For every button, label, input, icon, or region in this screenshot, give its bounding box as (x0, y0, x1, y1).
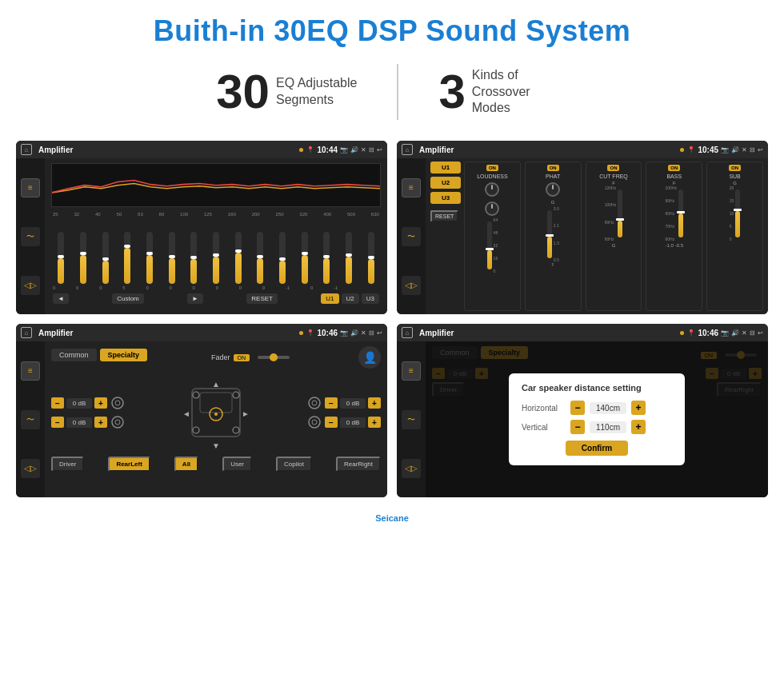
sidebar3-wave-icon[interactable]: 〜 (21, 410, 40, 429)
eq-slider-8[interactable] (213, 232, 219, 284)
screen4-icons: 📍 10:46 📷 🔊 ✕ ⊟ ↩ (687, 329, 763, 337)
cutfreq-slider[interactable] (618, 189, 622, 237)
sidebar-vol-icon[interactable]: ◁▷ (21, 276, 40, 295)
fader-thumb[interactable] (270, 353, 278, 361)
sidebar4-vol-icon[interactable]: ◁▷ (402, 459, 421, 478)
eq-prev-button[interactable]: ◄ (53, 293, 69, 304)
horizontal-label: Horizontal (522, 404, 566, 413)
stat-eq-number: 30 (216, 68, 270, 116)
db-plus-1[interactable]: + (94, 397, 107, 409)
screen4-time: 10:46 (698, 329, 718, 337)
sidebar3-eq-icon[interactable]: ≡ (21, 361, 40, 381)
eq-slider-9[interactable] (235, 232, 242, 284)
db-plus-2[interactable]: + (94, 417, 107, 428)
sidebar-eq-icon[interactable]: ≡ (21, 178, 40, 197)
user-button[interactable]: User (222, 457, 252, 472)
svg-point-12 (193, 392, 199, 398)
eq-slider-13[interactable] (323, 232, 330, 284)
preset-u3[interactable]: U3 (430, 192, 461, 204)
eq-slider-4[interactable] (124, 232, 130, 284)
db-minus-4[interactable]: − (325, 417, 338, 428)
eq-slider-2[interactable] (80, 232, 86, 284)
status-dot-2 (680, 148, 684, 152)
eq-custom-button[interactable]: Custom (112, 293, 144, 304)
rear-right-button[interactable]: RearRight (336, 457, 381, 472)
sidebar-wave-icon[interactable]: 〜 (21, 227, 40, 246)
speaker-rr-icon (306, 414, 322, 430)
screen3-title: Amplifier (38, 329, 296, 337)
window-icon-3: ⊟ (369, 329, 374, 337)
db-minus-3[interactable]: − (325, 397, 338, 409)
eq-slider-15[interactable] (368, 232, 374, 284)
loudness-knob[interactable] (485, 182, 499, 197)
tab-common[interactable]: Common (51, 349, 97, 361)
eq-slider-12[interactable] (302, 232, 308, 284)
sidebar2-eq-icon[interactable]: ≡ (402, 178, 421, 197)
eq-slider-1[interactable] (58, 232, 64, 284)
fader-track[interactable] (258, 356, 290, 359)
svg-point-13 (233, 392, 239, 398)
camera-icon-2: 📷 (721, 146, 729, 154)
crossover-reset[interactable]: RESET (430, 210, 458, 222)
db-value-4: 0 dB (340, 417, 366, 428)
db-minus-1[interactable]: − (51, 397, 64, 409)
phat-slider[interactable] (547, 210, 552, 258)
vertical-plus[interactable]: + (631, 420, 646, 434)
loudness-slider[interactable] (487, 221, 492, 269)
rear-left-button[interactable]: RearLeft (108, 457, 150, 472)
balance-right: − 0 dB + − 0 dB + (306, 395, 381, 430)
sidebar2-wave-icon[interactable]: 〜 (402, 227, 421, 246)
back-icon-3: ↩ (377, 329, 382, 337)
screen3-sidebar: ≡ 〜 ◁▷ (16, 341, 45, 497)
home-icon-2[interactable]: ⌂ (402, 144, 413, 155)
driver-button[interactable]: Driver (51, 457, 84, 472)
copilot-button[interactable]: Copilot (276, 457, 312, 472)
loudness-knob2[interactable] (485, 201, 499, 216)
svg-point-15 (233, 427, 239, 433)
eq-graph (51, 163, 381, 207)
eq-slider-10[interactable] (257, 232, 263, 284)
volume-icon: 🔊 (350, 146, 358, 154)
eq-slider-11[interactable] (279, 232, 286, 284)
eq-next-button[interactable]: ► (187, 293, 203, 304)
eq-slider-14[interactable] (346, 232, 352, 284)
eq-u3-button[interactable]: U3 (362, 293, 379, 304)
eq-slider-3[interactable] (102, 232, 109, 284)
screen3-time: 10:46 (317, 329, 338, 337)
home-icon-3[interactable]: ⌂ (21, 327, 32, 338)
horizontal-plus[interactable]: + (631, 401, 646, 415)
eq-reset-button[interactable]: RESET (246, 293, 278, 304)
eq-slider-5[interactable] (146, 232, 153, 284)
speaker-rl-icon (110, 414, 126, 430)
screen2-main: U1 U2 U3 RESET ON LOUDNESS (426, 158, 768, 314)
horizontal-minus[interactable]: − (570, 401, 585, 415)
preset-u2[interactable]: U2 (430, 177, 461, 189)
sidebar4-eq-icon[interactable]: ≡ (402, 361, 421, 381)
speaker-fr-icon (306, 395, 322, 411)
sidebar2-vol-icon[interactable]: ◁▷ (402, 276, 421, 295)
dialog-confirm-button[interactable]: Confirm (566, 441, 628, 456)
sidebar3-vol-icon[interactable]: ◁▷ (21, 459, 40, 478)
all-button[interactable]: All (174, 457, 198, 472)
eq-slider-7[interactable] (190, 232, 197, 284)
tab-specialty[interactable]: Specialty (100, 349, 148, 361)
db-plus-4[interactable]: + (368, 417, 381, 428)
sidebar4-wave-icon[interactable]: 〜 (402, 410, 421, 429)
bass-slider[interactable] (678, 189, 683, 237)
home-icon[interactable]: ⌂ (21, 144, 32, 155)
db-minus-2[interactable]: − (51, 417, 64, 428)
screen4-main: Common Specialty ON − 0 dB + (426, 341, 768, 497)
eq-slider-6[interactable] (169, 232, 175, 284)
back-icon-2: ↩ (758, 146, 763, 154)
status-dot (299, 148, 303, 152)
sub-slider[interactable] (735, 189, 740, 237)
vertical-minus[interactable]: − (570, 420, 585, 434)
screen3-body: ≡ 〜 ◁▷ Common Specialty Fader ON (16, 341, 387, 497)
db-plus-3[interactable]: + (368, 397, 381, 409)
phat-knob[interactable] (546, 182, 560, 197)
preset-u1[interactable]: U1 (430, 162, 461, 173)
home-icon-4[interactable]: ⌂ (402, 327, 413, 338)
eq-u2-button[interactable]: U2 (342, 293, 359, 304)
svg-point-16 (309, 397, 320, 409)
eq-u1-button[interactable]: U1 (321, 293, 338, 304)
